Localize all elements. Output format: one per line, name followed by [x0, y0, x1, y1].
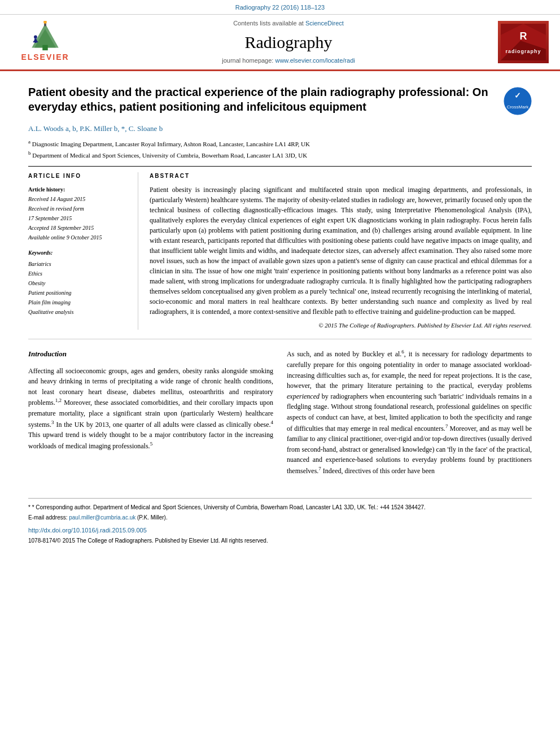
article-history: Article history: Received 14 August 2015… [28, 185, 130, 242]
available-online: Available online 9 October 2015 [28, 234, 102, 241]
keyword-ethics: Ethics [28, 269, 130, 278]
copyright-line: © 2015 The College of Radiographers. Pub… [150, 321, 532, 330]
abstract-text: Patient obesity is increasingly placing … [150, 185, 532, 317]
affiliation-b: b Department of Medical and Sport Scienc… [28, 149, 532, 160]
article-info-label: ARTICLE INFO [28, 172, 130, 180]
svg-text:radiography: radiography [505, 49, 541, 54]
keyword-obesity: Obesity [28, 278, 130, 288]
svg-text:CrossMark: CrossMark [507, 104, 530, 110]
received-revised-label: Received in revised form [28, 206, 84, 212]
body-col-left: Introduction Affecting all socioeconomic… [28, 348, 273, 480]
journal-header-main: ELSEVIER Contents lists available at Sci… [0, 15, 560, 71]
journal-center-info: Contents lists available at ScienceDirec… [79, 19, 498, 65]
received-date: Received 14 August 2015 [28, 196, 85, 202]
abstract-label: ABSTRACT [150, 172, 532, 180]
doi-line: http://dx.doi.org/10.1016/j.radi.2015.09… [28, 526, 532, 535]
divider-mid [28, 339, 532, 339]
footnote-email: E-mail address: paul.miller@cumbria.ac.u… [28, 514, 532, 522]
keyword-qualitative: Qualitative analysis [28, 307, 130, 317]
elsevier-text: ELSEVIER [21, 52, 69, 63]
affiliation-a: a Diagnostic Imaging Department, Lancast… [28, 138, 532, 149]
footnote-corresponding: * * Corresponding author. Department of … [28, 503, 532, 512]
crossmark-icon: ✓ CrossMark [504, 87, 532, 118]
accepted-date: Accepted 18 September 2015 [28, 225, 94, 231]
article-info-column: ARTICLE INFO Article history: Received 1… [28, 172, 138, 330]
intro-para-2: As such, and as noted by Buckley et al.6… [287, 348, 532, 476]
abstract-column: ABSTRACT Patient obesity is increasingly… [150, 172, 532, 330]
svg-text:R: R [520, 30, 527, 42]
badge-icon: radiography R [501, 24, 546, 60]
elsevier-logo: ELSEVIER [11, 21, 79, 63]
article-title-section: Patient obesity and the practical experi… [28, 85, 532, 118]
keyword-plain-film: Plain film imaging [28, 298, 130, 307]
history-label: Article history: [28, 185, 130, 194]
journal-homepage: journal homepage: www.elsevier.com/locat… [79, 56, 498, 65]
received-revised-date: 17 September 2015 [28, 215, 72, 221]
contents-label: Contents lists available at ScienceDirec… [79, 19, 498, 28]
footnote-area: * * Corresponding author. Department of … [28, 498, 532, 522]
svg-point-4 [43, 21, 47, 24]
page-content: Patient obesity and the practical experi… [0, 71, 560, 554]
keywords-label: Keywords: [28, 249, 130, 257]
svg-text:✓: ✓ [514, 91, 521, 100]
volume-info: Radiography 22 (2016) 118–123 [0, 0, 560, 14]
article-title: Patient obesity and the practical experi… [28, 85, 504, 114]
authors-line: A.L. Woods a, b, P.K. Miller b, *, C. Sl… [28, 124, 532, 134]
affiliations-section: a Diagnostic Imaging Department, Lancast… [28, 138, 532, 161]
issn-line: 1078-8174/© 2015 The College of Radiogra… [28, 537, 532, 545]
elsevier-tree-icon [23, 21, 68, 52]
divider-top [28, 166, 532, 167]
radiography-badge: radiography R [498, 21, 549, 63]
keyword-patient-positioning: Patient positioning [28, 288, 130, 298]
keyword-bariatrics: Bariatrics [28, 259, 130, 269]
journal-header: Radiography 22 (2016) 118–123 ELSEVIER [0, 0, 560, 71]
journal-title: Radiography [79, 30, 498, 54]
body-col-right: As such, and as noted by Buckley et al.6… [287, 348, 532, 480]
intro-para-1: Affecting all socioeconomic groups, ages… [28, 366, 273, 452]
keywords-section: Keywords: Bariatrics Ethics Obesity Pati… [28, 249, 130, 317]
info-abstract-section: ARTICLE INFO Article history: Received 1… [28, 172, 532, 330]
svg-point-5 [34, 36, 37, 39]
introduction-heading: Introduction [28, 348, 273, 360]
main-body: Introduction Affecting all socioeconomic… [28, 348, 532, 480]
